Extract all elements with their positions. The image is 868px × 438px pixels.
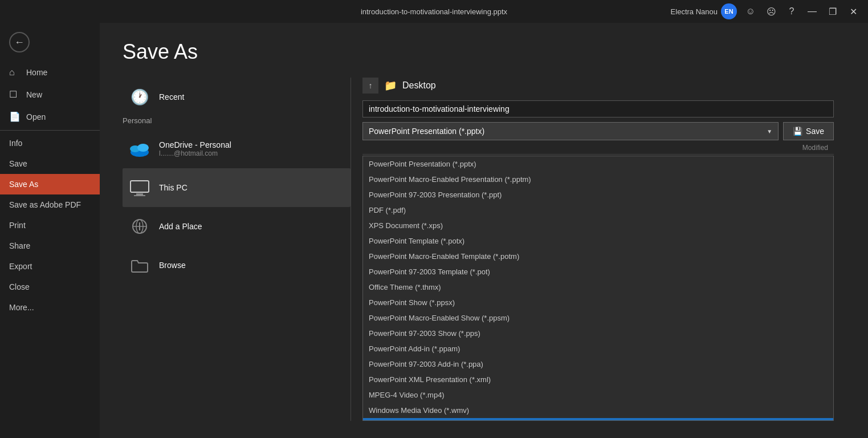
- sidebar-item-save-as[interactable]: Save As: [0, 174, 100, 194]
- sidebar-item-print[interactable]: Print: [0, 215, 100, 236]
- sidebar-item-home[interactable]: ⌂ Home: [0, 62, 100, 83]
- user-info: Electra Nanou EN: [671, 3, 737, 19]
- recent-icon: 🕐: [128, 86, 151, 108]
- format-option-potx[interactable]: PowerPoint Template (*.potx): [363, 233, 833, 249]
- sidebar-item-print-label: Print: [9, 221, 26, 230]
- window-controls: ☺ ☹ ? — ❐ ✕: [741, 3, 862, 19]
- format-option-pdf[interactable]: PDF (*.pdf): [363, 202, 833, 218]
- save-icon: 💾: [793, 127, 802, 136]
- add-place-name: Add a Place: [159, 222, 202, 231]
- format-option-pptm[interactable]: PowerPoint Macro-Enabled Presentation (*…: [363, 172, 833, 187]
- sidebar-item-save-label: Save: [9, 159, 27, 168]
- add-place-icon: [128, 215, 151, 238]
- save-button-label: Save: [806, 127, 824, 136]
- new-icon: ☐: [9, 89, 21, 100]
- sidebar-item-save-as-label: Save As: [9, 180, 38, 189]
- filename-title: introduction-to-motivational-interviewin…: [361, 7, 507, 16]
- title-bar-right: Electra Nanou EN ☺ ☹ ? — ❐ ✕: [671, 3, 862, 19]
- navigate-up-button[interactable]: ↑: [362, 78, 378, 94]
- sidebar-item-save[interactable]: Save: [0, 153, 100, 174]
- this-pc-icon: [128, 176, 151, 199]
- file-list-header: Modified: [362, 141, 834, 155]
- save-button[interactable]: 💾 Save: [783, 122, 834, 140]
- format-option-ppa[interactable]: PowerPoint 97-2003 Add-in (*.ppa): [363, 356, 833, 372]
- sidebar-item-export[interactable]: Export: [0, 256, 100, 277]
- home-icon: ⌂: [9, 67, 21, 78]
- sidebar-nav: ⌂ Home ☐ New 📄 Open Info Save Save As: [0, 62, 100, 318]
- help-icon[interactable]: ?: [783, 3, 801, 19]
- format-dropdown-list[interactable]: PowerPoint Presentation (*.pptx) PowerPo…: [362, 156, 834, 421]
- format-option-mp4[interactable]: MPEG-4 Video (*.mp4): [363, 387, 833, 403]
- format-option-pot[interactable]: PowerPoint 97-2003 Template (*.pot): [363, 264, 833, 279]
- sidebar-item-close[interactable]: Close: [0, 277, 100, 297]
- svg-rect-4: [132, 182, 148, 191]
- open-icon: 📄: [9, 111, 21, 122]
- sidebar-divider: [0, 130, 100, 131]
- location-item-this-pc[interactable]: This PC: [123, 168, 351, 207]
- location-item-add-place[interactable]: Add a Place: [123, 207, 351, 246]
- format-option-pptx2[interactable]: PowerPoint Presentation (*.pptx): [363, 156, 833, 172]
- title-bar: introduction-to-motivational-interviewin…: [0, 0, 868, 23]
- personal-label: Personal: [123, 116, 351, 125]
- file-name-input[interactable]: [362, 100, 834, 117]
- sidebar-item-new[interactable]: ☐ New: [0, 83, 100, 106]
- content-area: Save As 🕐 Recent Personal: [100, 23, 868, 438]
- format-option-pps[interactable]: PowerPoint 97-2003 Show (*.pps): [363, 326, 833, 341]
- sidebar-item-new-label: New: [26, 90, 42, 99]
- recent-name: Recent: [159, 92, 184, 102]
- format-option-ppt[interactable]: PowerPoint 97-2003 Presentation (*.ppt): [363, 187, 833, 202]
- sidebar-item-save-adobe-label: Save as Adobe PDF: [9, 200, 81, 209]
- format-option-xml[interactable]: PowerPoint XML Presentation (*.xml): [363, 372, 833, 387]
- selected-format-label: PowerPoint Presentation (*.pptx): [369, 127, 484, 136]
- location-item-browse[interactable]: Browse: [123, 246, 351, 285]
- emoji-sad-icon[interactable]: ☹: [762, 3, 780, 19]
- browse-icon: [128, 254, 151, 277]
- sidebar-item-more[interactable]: More...: [0, 297, 100, 318]
- format-option-ppam[interactable]: PowerPoint Add-in (*.ppam): [363, 341, 833, 356]
- main-layout: ← ⌂ Home ☐ New 📄 Open Info Save: [0, 23, 868, 438]
- onedrive-icon: [128, 137, 151, 160]
- emoji-happy-icon[interactable]: ☺: [741, 3, 760, 19]
- sidebar-item-more-label: More...: [9, 303, 34, 312]
- window-title: introduction-to-motivational-interviewin…: [361, 7, 507, 16]
- back-icon: ←: [9, 32, 30, 52]
- browse-name: Browse: [159, 261, 186, 270]
- svg-rect-6: [134, 195, 145, 196]
- format-option-ppsx[interactable]: PowerPoint Show (*.ppsx): [363, 295, 833, 310]
- location-item-recent[interactable]: 🕐 Recent: [123, 78, 351, 116]
- sidebar-item-open-label: Open: [26, 112, 46, 121]
- user-avatar[interactable]: EN: [721, 3, 737, 19]
- format-option-gif[interactable]: Animated GIF Format (*.gif): [363, 418, 833, 421]
- sidebar-item-info[interactable]: Info: [0, 133, 100, 153]
- back-button[interactable]: ←: [0, 23, 100, 62]
- sidebar-item-close-label: Close: [9, 282, 30, 291]
- dropdown-arrow-icon: ▼: [767, 128, 772, 135]
- sidebar: ← ⌂ Home ☐ New 📄 Open Info Save: [0, 23, 100, 438]
- right-panel-header: ↑ 📁 Desktop: [362, 78, 834, 94]
- current-location-label: Desktop: [402, 80, 436, 91]
- username-label: Electra Nanou: [671, 7, 718, 16]
- sidebar-item-share[interactable]: Share: [0, 236, 100, 256]
- left-locations: 🕐 Recent Personal: [123, 78, 351, 421]
- sidebar-item-open[interactable]: 📄 Open: [0, 106, 100, 128]
- sidebar-item-info-label: Info: [9, 139, 22, 148]
- format-option-xps[interactable]: XPS Document (*.xps): [363, 218, 833, 233]
- format-option-ppsm[interactable]: PowerPoint Macro-Enabled Show (*.ppsm): [363, 310, 833, 326]
- content-split: 🕐 Recent Personal: [123, 78, 845, 421]
- close-button[interactable]: ✕: [844, 3, 862, 19]
- format-option-thmx[interactable]: Office Theme (*.thmx): [363, 279, 833, 295]
- restore-button[interactable]: ❐: [824, 3, 842, 19]
- this-pc-text: This PC: [159, 183, 188, 192]
- sidebar-item-export-label: Export: [9, 262, 32, 271]
- add-place-text: Add a Place: [159, 222, 202, 231]
- sidebar-item-save-adobe[interactable]: Save as Adobe PDF: [0, 194, 100, 215]
- format-select-display[interactable]: PowerPoint Presentation (*.pptx) ▼: [362, 122, 779, 140]
- this-pc-name: This PC: [159, 183, 188, 192]
- folder-icon: 📁: [384, 79, 397, 92]
- location-item-onedrive[interactable]: OneDrive - Personal l.......@hotmail.com: [123, 129, 351, 168]
- minimize-button[interactable]: —: [803, 3, 821, 19]
- format-option-wmv[interactable]: Windows Media Video (*.wmv): [363, 403, 833, 418]
- onedrive-text: OneDrive - Personal l.......@hotmail.com: [159, 140, 231, 157]
- format-option-potm[interactable]: PowerPoint Macro-Enabled Template (*.pot…: [363, 249, 833, 264]
- format-select-wrapper: PowerPoint Presentation (*.pptx) ▼: [362, 122, 779, 140]
